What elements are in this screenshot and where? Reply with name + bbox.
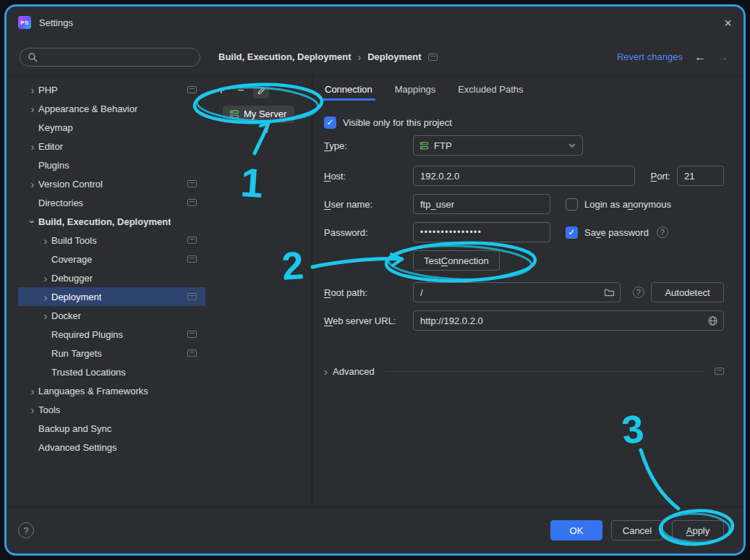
chevron-right-icon[interactable]: › — [27, 103, 38, 114]
chevron-right-icon[interactable]: › — [324, 365, 328, 378]
save-password-label: Save password — [584, 227, 649, 238]
user-name-input[interactable] — [413, 194, 550, 214]
sidebar-item-label: Build Tools — [51, 235, 97, 246]
breadcrumb: Build, Execution, Deployment › Deploymen… — [218, 51, 438, 63]
server-list-panel: + − My Server — [205, 76, 312, 506]
sidebar-item-required-plugins[interactable]: Required Plugins — [18, 325, 205, 344]
root-path-input[interactable] — [413, 282, 621, 302]
server-name: My Server — [244, 109, 286, 119]
web-server-url-input[interactable] — [413, 310, 724, 331]
settings-dialog: PS Settings × Build, Execution, Deployme… — [4, 4, 746, 556]
edit-server-button[interactable] — [253, 82, 269, 98]
sidebar-item-coverage[interactable]: Coverage — [18, 250, 205, 268]
globe-icon[interactable] — [707, 315, 718, 326]
type-value: FTP — [434, 140, 452, 151]
sidebar-item-label: Build, Execution, Deployment — [38, 216, 171, 227]
help-icon[interactable]: ? — [657, 226, 668, 238]
sidebar-item-appearance-behavior[interactable]: ›Appearance & Behavior — [18, 99, 205, 118]
divider — [385, 371, 704, 372]
sidebar-item-label: Trusted Locations — [51, 367, 126, 378]
host-input[interactable] — [413, 166, 635, 186]
main-area: ›PHP›Appearance & BehaviorKeymap›EditorP… — [7, 76, 743, 506]
window-title: Settings — [39, 17, 73, 28]
back-arrow-icon[interactable]: ← — [694, 51, 706, 64]
sidebar-item-languages-frameworks[interactable]: ›Languages & Frameworks — [18, 381, 205, 400]
add-server-button[interactable]: + — [214, 83, 229, 98]
pencil-icon — [257, 86, 266, 96]
sidebar-item-label: Run Targets — [51, 348, 102, 359]
chevron-right-icon[interactable]: › — [27, 404, 38, 415]
sidebar-item-docker[interactable]: ›Docker — [18, 306, 205, 325]
per-project-settings-icon — [187, 331, 197, 338]
chevron-right-icon[interactable]: › — [27, 386, 38, 396]
folder-icon[interactable] — [604, 288, 615, 297]
sidebar-item-build-tools[interactable]: ›Build Tools — [18, 231, 205, 250]
chevron-right-icon[interactable]: › — [40, 292, 51, 302]
sidebar-item-run-targets[interactable]: Run Targets — [18, 344, 205, 362]
sidebar-item-trusted-locations[interactable]: Trusted Locations — [18, 362, 205, 381]
type-row: Type: FTP — [324, 135, 724, 156]
port-input[interactable] — [677, 166, 724, 186]
chevron-right-icon[interactable]: › — [40, 235, 51, 246]
forward-arrow-icon[interactable]: → — [717, 51, 729, 64]
close-icon[interactable]: × — [724, 16, 732, 30]
tab-bar: Connection Mappings Excluded Paths — [324, 80, 524, 98]
sidebar-item-backup-sync[interactable]: Backup and Sync — [18, 419, 205, 438]
sidebar-item-label: Advanced Settings — [38, 442, 116, 453]
tab-connection[interactable]: Connection — [324, 82, 373, 96]
sidebar-item-label: Backup and Sync — [38, 423, 111, 434]
sidebar-item-deployment[interactable]: ›Deployment — [18, 287, 205, 306]
settings-tree: ›PHP›Appearance & BehaviorKeymap›EditorP… — [7, 76, 205, 506]
test-connection-button[interactable]: Test Connection — [413, 250, 500, 271]
per-project-settings-icon — [715, 368, 724, 375]
tab-excluded-paths[interactable]: Excluded Paths — [457, 82, 524, 96]
host-row: Host: Port: — [324, 166, 724, 186]
revert-changes-link[interactable]: Revert changes — [617, 51, 683, 62]
sidebar-item-label: Plugins — [38, 160, 69, 171]
search-box[interactable] — [20, 48, 200, 67]
help-icon[interactable]: ? — [18, 522, 34, 538]
apply-button[interactable]: Apply — [672, 520, 724, 540]
autodetect-button[interactable]: Autodetect — [651, 282, 724, 302]
advanced-section-toggle[interactable]: › Advanced — [324, 361, 724, 381]
test-connection-row: Test Connection — [324, 250, 724, 271]
sidebar-item-label: Coverage — [51, 254, 92, 265]
remove-server-button[interactable]: − — [234, 83, 248, 98]
breadcrumb-current[interactable]: Deployment — [367, 51, 421, 62]
user-row: User name: Login as anonymous — [324, 194, 724, 214]
save-password-checkbox[interactable]: ✓ — [566, 226, 578, 239]
sidebar-item-advanced-settings[interactable]: Advanced Settings — [18, 438, 205, 457]
anonymous-checkbox[interactable] — [566, 198, 578, 211]
server-toolbar: + − — [214, 82, 307, 99]
title-bar: PS Settings × — [7, 7, 743, 38]
sidebar-item-label: Docker — [51, 310, 81, 321]
search-input[interactable] — [43, 51, 192, 63]
per-project-settings-icon — [187, 237, 197, 244]
sidebar-item-keymap[interactable]: Keymap — [18, 118, 205, 137]
sidebar-item-version-control[interactable]: ›Version Control — [18, 174, 205, 193]
chevron-right-icon[interactable]: › — [40, 310, 51, 321]
visible-only-checkbox[interactable]: ✓ — [324, 116, 336, 129]
cancel-button[interactable]: Cancel — [611, 520, 663, 540]
chevron-down-icon — [568, 141, 576, 150]
sidebar-item-label: Deployment — [51, 292, 101, 302]
sidebar-item-editor[interactable]: ›Editor — [18, 137, 205, 156]
password-input[interactable] — [413, 222, 550, 242]
tab-mappings[interactable]: Mappings — [394, 82, 436, 96]
chevron-right-icon[interactable]: › — [40, 273, 51, 284]
ok-button[interactable]: OK — [550, 520, 602, 540]
sidebar-item-plugins[interactable]: Plugins — [18, 156, 205, 174]
sidebar-item-build-execution-deployment[interactable]: ›Build, Execution, Deployment — [18, 212, 205, 231]
sidebar-item-tools[interactable]: ›Tools — [18, 400, 205, 419]
chevron-right-icon[interactable]: › — [27, 141, 38, 152]
chevron-down-icon[interactable]: › — [27, 216, 38, 227]
server-list-item-my-server[interactable]: My Server — [223, 106, 294, 123]
chevron-right-icon[interactable]: › — [27, 179, 38, 190]
sidebar-item-directories[interactable]: Directories — [18, 193, 205, 212]
breadcrumb-parent[interactable]: Build, Execution, Deployment — [218, 51, 351, 62]
help-icon[interactable]: ? — [633, 287, 644, 298]
type-select[interactable]: FTP — [413, 135, 583, 156]
sidebar-item-php[interactable]: ›PHP — [18, 80, 205, 99]
sidebar-item-debugger[interactable]: ›Debugger — [18, 268, 205, 287]
chevron-right-icon[interactable]: › — [27, 85, 38, 96]
